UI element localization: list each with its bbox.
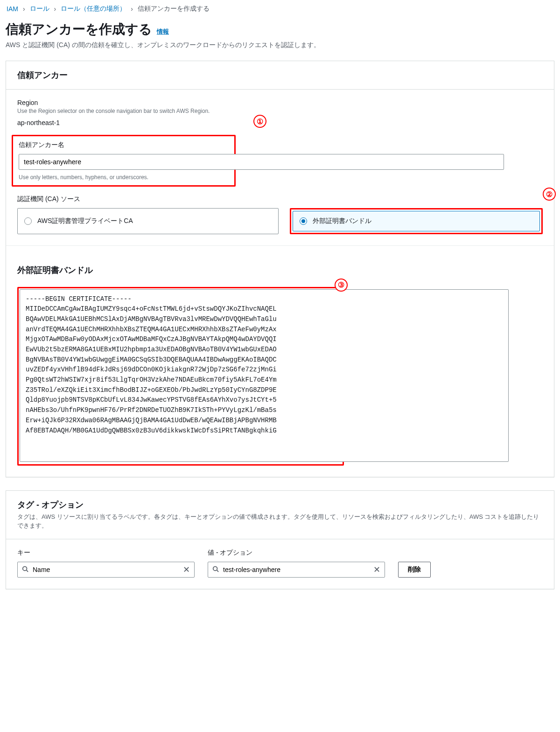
page-header: 信頼アンカーを作成する 情報 AWS と認証機関 (CA) の間の信頼を確立し、…	[6, 21, 554, 49]
breadcrumb-roles-anywhere[interactable]: ロール（任意の場所）	[61, 5, 126, 13]
ca-option-acm-pca-label: AWS証明書管理プライベートCA	[37, 217, 133, 225]
ca-option-external[interactable]: 外部証明書バンドル	[293, 211, 540, 231]
trust-anchor-panel-title: 信頼アンカー	[17, 70, 543, 81]
page-description: AWS と認証機関 (CA) の間の信頼を確立し、オンプレミスのワークロードから…	[6, 41, 554, 49]
radio-icon	[24, 217, 32, 225]
region-hint: Use the Region selector on the console n…	[17, 107, 543, 115]
remove-tag-button[interactable]: 削除	[398, 562, 431, 578]
tags-panel: タグ - オプション タグは、AWS リソースに割り当てるラベルです。各タグは、…	[6, 490, 554, 589]
tag-value-input[interactable]	[208, 562, 385, 578]
breadcrumb-iam[interactable]: IAM	[7, 5, 18, 13]
region-value: ap-northeast-1	[17, 119, 543, 126]
breadcrumb: IAM › ロール › ロール（任意の場所） › 信頼アンカーを作成する	[6, 0, 554, 21]
annotation-box-1: 信頼アンカー名 Use only letters, numbers, hyphe…	[12, 135, 236, 187]
annotation-box-2: 外部証明書バンドル	[290, 208, 543, 234]
trust-anchor-panel: 信頼アンカー Region Use the Region selector on…	[6, 61, 554, 477]
annotation-box-3	[17, 287, 344, 466]
clear-icon[interactable]: ✕	[183, 565, 190, 574]
radio-icon	[300, 217, 307, 225]
tags-panel-title: タグ - オプション	[17, 499, 543, 510]
external-bundle-title: 外部証明書バンドル	[17, 265, 543, 276]
ca-source-label: 認証機関 (CA) ソース	[17, 195, 543, 203]
clear-icon[interactable]: ✕	[373, 565, 380, 574]
ca-option-acm-pca[interactable]: AWS証明書管理プライベートCA	[17, 208, 279, 234]
breadcrumb-current: 信頼アンカーを作成する	[138, 5, 210, 13]
tags-panel-description: タグは、AWS リソースに割り当てるラベルです。各タグは、キーとオプションの値で…	[17, 512, 543, 530]
trust-anchor-name-hint: Use only letters, numbers, hyphens, or u…	[19, 174, 229, 181]
annotation-1: ①	[253, 115, 266, 128]
tag-key-input[interactable]	[17, 562, 195, 578]
info-link[interactable]: 情報	[157, 28, 169, 35]
chevron-right-icon: ›	[54, 5, 56, 13]
chevron-right-icon: ›	[131, 5, 133, 13]
tag-key-label: キー	[17, 549, 195, 557]
tags-panel-header: タグ - オプション タグは、AWS リソースに割り当てるラベルです。各タグは、…	[6, 491, 554, 539]
region-label: Region	[17, 99, 543, 106]
trust-anchor-name-input[interactable]	[19, 154, 504, 170]
annotation-3: ③	[335, 279, 348, 292]
trust-anchor-name-label: 信頼アンカー名	[19, 141, 229, 149]
annotation-2: ②	[543, 188, 556, 201]
trust-anchor-panel-header: 信頼アンカー	[6, 61, 554, 90]
tag-value-label: 値 - オプション	[208, 549, 385, 557]
page-title: 信頼アンカーを作成する	[6, 21, 152, 38]
chevron-right-icon: ›	[23, 5, 25, 13]
breadcrumb-roles[interactable]: ロール	[30, 5, 49, 13]
ca-option-external-label: 外部証明書バンドル	[313, 217, 371, 225]
certificate-textarea[interactable]	[20, 289, 509, 462]
